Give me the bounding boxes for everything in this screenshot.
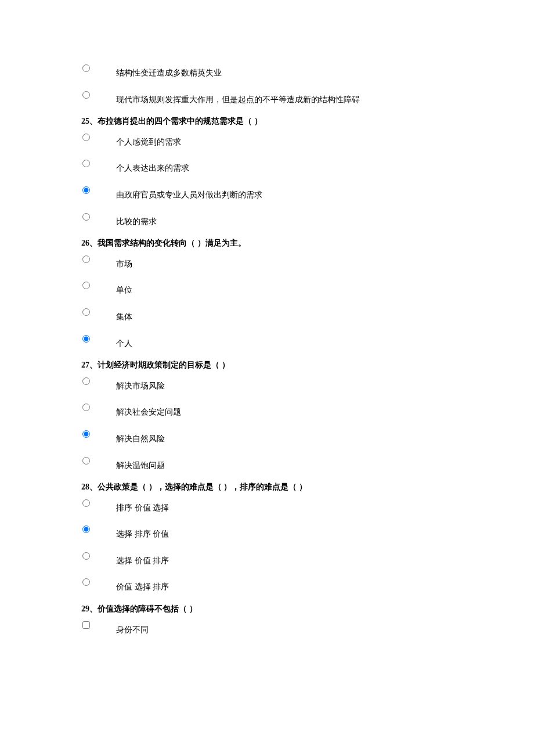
input-cell [81, 132, 116, 141]
option-row: 解决市场风险 [81, 376, 453, 392]
option-row: 个人感觉到的需求 [81, 132, 453, 148]
option-row: 个人 [81, 333, 453, 350]
option-radio[interactable] [82, 335, 90, 343]
option-row: 集体 [81, 307, 453, 323]
option-text: 个人 [116, 333, 453, 350]
option-row: 由政府官员或专业人员对做出判断的需求 [81, 185, 453, 201]
option-radio[interactable] [82, 430, 90, 438]
option-text: 比较的需求 [116, 211, 453, 228]
option-radio[interactable] [82, 308, 90, 316]
input-cell [81, 307, 116, 316]
question-title: 28、公共政策是（ ），选择的难点是（ ），排序的难点是（ ） [81, 481, 453, 493]
option-text: 价值 选择 排序 [116, 577, 453, 593]
option-radio[interactable] [82, 64, 90, 72]
question-title: 26、我国需求结构的变化转向（ ）满足为主。 [81, 237, 453, 249]
input-cell [81, 333, 116, 343]
input-cell [81, 254, 116, 263]
option-row: 身份不同 [81, 620, 453, 636]
option-row: 个人表达出来的需求 [81, 158, 453, 174]
input-cell [81, 402, 116, 411]
option-row: 解决温饱问题 [81, 455, 453, 471]
option-text: 解决温饱问题 [116, 455, 453, 471]
input-cell [81, 550, 116, 560]
input-cell [81, 455, 116, 465]
option-radio[interactable] [82, 255, 90, 263]
input-cell [81, 158, 116, 167]
option-row: 比较的需求 [81, 211, 453, 228]
input-cell [81, 429, 116, 438]
option-text: 单位 [116, 280, 453, 296]
option-row: 选择 排序 价值 [81, 524, 453, 540]
option-text: 排序 价值 选择 [116, 498, 453, 514]
input-cell [81, 524, 116, 533]
option-row: 价值 选择 排序 [81, 577, 453, 593]
input-cell [81, 620, 116, 631]
option-row: 市场 [81, 254, 453, 270]
option-radio[interactable] [82, 499, 90, 507]
option-radio[interactable] [82, 282, 90, 289]
option-text: 结构性变迁造成多数精英失业 [116, 63, 453, 79]
option-radio[interactable] [82, 578, 90, 586]
input-cell [81, 89, 116, 99]
option-text: 集体 [116, 307, 453, 323]
question-title: 27、计划经济时期政策制定的目标是（ ） [81, 359, 453, 371]
option-text: 现代市场规则发挥重大作用，但是起点的不平等造成新的结构性障碍 [116, 89, 453, 106]
input-cell [81, 498, 116, 507]
option-text: 选择 价值 排序 [116, 550, 453, 567]
option-text: 个人表达出来的需求 [116, 158, 453, 174]
option-row: 现代市场规则发挥重大作用，但是起点的不平等造成新的结构性障碍 [81, 89, 453, 106]
input-cell [81, 63, 116, 72]
option-radio[interactable] [82, 186, 90, 194]
option-text: 由政府官员或专业人员对做出判断的需求 [116, 185, 453, 201]
option-radio[interactable] [82, 552, 90, 560]
question-title: 29、价值选择的障碍不包括（ ） [81, 603, 453, 615]
option-row: 选择 价值 排序 [81, 550, 453, 567]
option-row: 解决社会安定问题 [81, 402, 453, 418]
option-radio[interactable] [82, 377, 90, 385]
option-radio[interactable] [82, 525, 90, 533]
option-text: 身份不同 [116, 620, 453, 636]
option-checkbox[interactable] [82, 621, 90, 629]
option-radio[interactable] [82, 134, 90, 141]
input-cell [81, 376, 116, 385]
option-text: 解决社会安定问题 [116, 402, 453, 418]
input-cell [81, 577, 116, 586]
option-radio[interactable] [82, 404, 90, 411]
option-text: 市场 [116, 254, 453, 270]
option-text: 个人感觉到的需求 [116, 132, 453, 148]
option-radio[interactable] [82, 160, 90, 167]
option-text: 解决自然风险 [116, 429, 453, 445]
input-cell [81, 185, 116, 194]
option-radio[interactable] [82, 91, 90, 99]
question-title: 25、布拉德肖提出的四个需求中的规范需求是（ ） [81, 116, 453, 127]
option-row: 排序 价值 选择 [81, 498, 453, 514]
option-text: 选择 排序 价值 [116, 524, 453, 540]
option-row: 单位 [81, 280, 453, 296]
input-cell [81, 280, 116, 289]
option-row: 解决自然风险 [81, 429, 453, 445]
option-text: 解决市场风险 [116, 376, 453, 392]
option-radio[interactable] [82, 457, 90, 465]
input-cell [81, 211, 116, 221]
option-radio[interactable] [82, 213, 90, 221]
option-row: 结构性变迁造成多数精英失业 [81, 63, 453, 79]
quiz-content: 结构性变迁造成多数精英失业现代市场规则发挥重大作用，但是起点的不平等造成新的结构… [81, 63, 453, 635]
